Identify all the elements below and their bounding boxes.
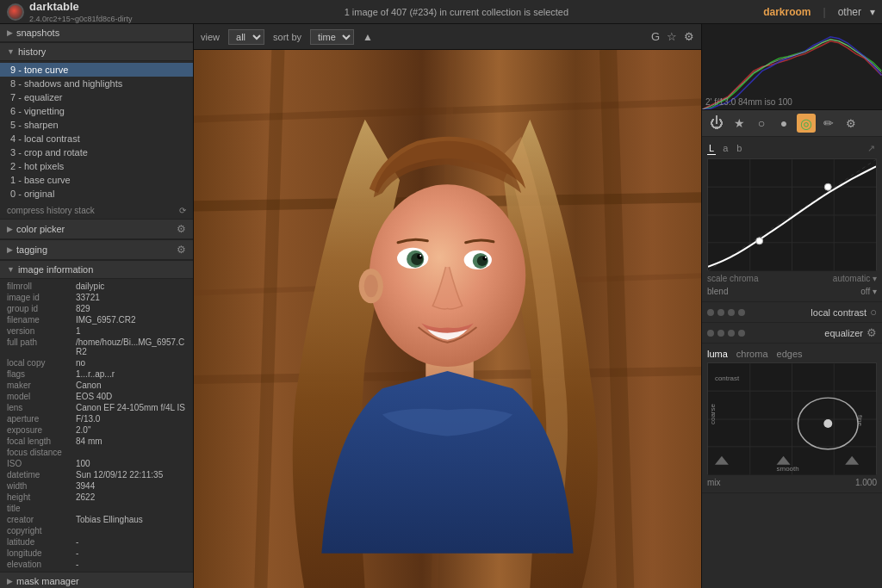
mask-manager-section: ▶ mask manager bbox=[0, 572, 193, 588]
info-version: version1 bbox=[7, 325, 186, 337]
compress-label: compress history stack bbox=[7, 206, 95, 215]
history-item-2[interactable]: 2 - hot pixels bbox=[0, 159, 193, 173]
scale-chroma-value[interactable]: automatic ▾ bbox=[833, 274, 877, 283]
history-item-7[interactable]: 7 - equalizer bbox=[0, 90, 193, 104]
history-header[interactable]: ▼ history bbox=[0, 43, 193, 61]
info-title: title bbox=[7, 503, 186, 514]
info-value-elevation: - bbox=[76, 560, 78, 569]
info-maker: makerCanon bbox=[7, 380, 186, 391]
dot-icon[interactable]: ● bbox=[774, 114, 793, 133]
view-dropdown[interactable]: all bbox=[228, 29, 264, 45]
history-item-6[interactable]: 6 - vignetting bbox=[0, 104, 193, 118]
other-mode[interactable]: other bbox=[838, 6, 861, 18]
mask-manager-header[interactable]: ▶ mask manager bbox=[0, 573, 193, 588]
filmstrip-g-icon[interactable]: G bbox=[651, 30, 660, 43]
settings-icon[interactable]: ⚙ bbox=[842, 114, 860, 133]
curve-tab-L[interactable]: L bbox=[707, 142, 716, 155]
info-fullpath: full path/home/houz/Bi...MG_6957.CR2 bbox=[7, 337, 186, 357]
darkroom-mode[interactable]: darkroom bbox=[763, 6, 811, 18]
mask-manager-label: mask manager bbox=[16, 576, 79, 586]
history-item-8[interactable]: 8 - shadows and highlights bbox=[0, 77, 193, 90]
color-picker-label: color picker bbox=[16, 224, 65, 234]
snapshots-label: snapshots bbox=[16, 28, 59, 38]
svg-point-40 bbox=[824, 183, 831, 190]
info-height: height2622 bbox=[7, 492, 186, 503]
local-contrast-circle-icon[interactable]: ○ bbox=[870, 306, 877, 319]
history-item-3[interactable]: 3 - crop and rotate bbox=[0, 145, 193, 159]
ring-green-icon[interactable]: ◎ bbox=[797, 114, 816, 133]
sort-dropdown[interactable]: time bbox=[310, 29, 354, 45]
info-flags: flags1...r..ap...r bbox=[7, 368, 186, 380]
eq-tabs: luma chroma edges bbox=[707, 349, 877, 359]
app-logo: darktable 2.4.0rc2+15~g0c81fd8c6-dirty bbox=[7, 0, 133, 23]
power-icon[interactable]: ⏻ bbox=[707, 114, 726, 133]
main-layout: 100%▾ ▶ snapshots ▼ history 9 - tone cur… bbox=[0, 24, 882, 588]
circle-icon[interactable]: ○ bbox=[752, 114, 771, 133]
blend-value[interactable]: off ▾ bbox=[860, 287, 877, 296]
app-name: darktable bbox=[29, 0, 133, 13]
pencil-icon[interactable]: ✏ bbox=[819, 114, 838, 133]
history-label: history bbox=[18, 46, 46, 57]
curve-tab-a[interactable]: a bbox=[721, 142, 730, 155]
svg-point-29 bbox=[364, 275, 378, 297]
info-label-exposure: exposure bbox=[7, 425, 76, 435]
info-iso: ISO100 bbox=[7, 458, 186, 469]
svg-point-53 bbox=[823, 419, 832, 428]
eq-tab-chroma[interactable]: chroma bbox=[736, 349, 768, 359]
info-label-elevation: elevation bbox=[7, 560, 76, 569]
tagging-label: tagging bbox=[16, 244, 47, 255]
history-item-9[interactable]: 9 - tone curve bbox=[0, 63, 193, 77]
info-value-exposure: 2.0" bbox=[76, 425, 90, 435]
info-aperture: apertureF/13.0 bbox=[7, 413, 186, 424]
curve-scale-row: scale chroma automatic ▾ bbox=[707, 274, 877, 283]
image-status: 1 image of 407 (#234) in current collect… bbox=[150, 7, 764, 17]
info-label-focallength: focal length bbox=[7, 436, 76, 446]
dropdown-arrow-icon[interactable]: ▾ bbox=[870, 6, 875, 18]
info-value-creator: Tobias Ellinghaus bbox=[76, 515, 143, 524]
info-value-filename: IMG_6957.CR2 bbox=[76, 315, 135, 325]
history-item-5[interactable]: 5 - sharpen bbox=[0, 118, 193, 132]
equalizer-dot3 bbox=[728, 330, 735, 337]
view-label: view bbox=[201, 32, 220, 42]
info-width: width3944 bbox=[7, 480, 186, 492]
sort-order-icon[interactable]: ▲ bbox=[363, 31, 373, 43]
eq-tab-luma[interactable]: luma bbox=[707, 349, 728, 359]
filmstrip-gear-icon[interactable]: ⚙ bbox=[684, 30, 694, 43]
compress-icon[interactable]: ⟳ bbox=[179, 206, 186, 215]
info-label-localcopy: local copy bbox=[7, 358, 76, 368]
history-item-1[interactable]: 1 - base curve bbox=[0, 173, 193, 187]
scale-chroma-label: scale chroma bbox=[707, 274, 758, 283]
local-contrast-dot bbox=[707, 309, 714, 316]
curve-tab-b[interactable]: b bbox=[735, 142, 743, 155]
color-picker-section: ▶ color picker ⚙ bbox=[0, 220, 193, 240]
star-icon[interactable]: ★ bbox=[730, 114, 748, 133]
info-label-model: model bbox=[7, 392, 76, 401]
info-lens: lensCanon EF 24-105mm f/4L IS bbox=[7, 402, 186, 413]
tone-curve-svg bbox=[708, 159, 876, 271]
color-picker-header[interactable]: ▶ color picker ⚙ bbox=[0, 220, 193, 239]
snapshots-arrow-icon: ▶ bbox=[7, 28, 13, 37]
equalizer-gear-icon[interactable]: ⚙ bbox=[866, 326, 877, 339]
info-value-version: 1 bbox=[76, 326, 81, 336]
history-arrow-icon: ▼ bbox=[7, 47, 15, 56]
curve-expand-icon[interactable]: ↗ bbox=[866, 142, 877, 155]
history-item-4[interactable]: 4 - local contrast bbox=[0, 132, 193, 145]
history-item-0[interactable]: 0 - original bbox=[0, 187, 193, 201]
info-longitude: longitude- bbox=[7, 548, 186, 559]
tagging-section: ▶ tagging ⚙ bbox=[0, 240, 193, 261]
svg-text:contrast: contrast bbox=[715, 374, 740, 382]
equalizer-canvas[interactable]: contrast fine coarse smooth bbox=[707, 362, 877, 474]
info-creator: creatorTobias Ellinghaus bbox=[7, 514, 186, 525]
main-photo-svg bbox=[194, 50, 701, 588]
tone-curve-canvas[interactable] bbox=[707, 158, 877, 270]
filmstrip-star-icon[interactable]: ☆ bbox=[667, 30, 677, 43]
local-contrast-row: local contrast ○ bbox=[702, 302, 882, 323]
eq-tab-edges[interactable]: edges bbox=[777, 349, 803, 359]
eq-mix-value[interactable]: 1.000 bbox=[855, 478, 877, 487]
tagging-header[interactable]: ▶ tagging ⚙ bbox=[0, 240, 193, 260]
info-value-imageid: 33721 bbox=[76, 293, 100, 302]
image-info-header[interactable]: ▼ image information bbox=[0, 261, 193, 279]
snapshots-header[interactable]: ▶ snapshots bbox=[0, 24, 193, 42]
color-picker-gear-icon[interactable]: ⚙ bbox=[177, 223, 186, 235]
tagging-gear-icon[interactable]: ⚙ bbox=[177, 244, 186, 256]
